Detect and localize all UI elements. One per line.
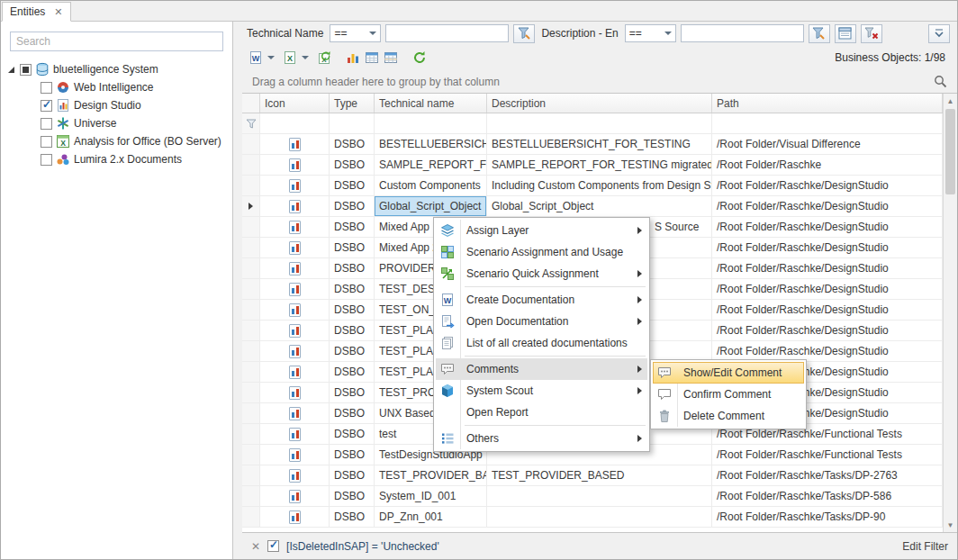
export-word-button[interactable]: W <box>247 48 265 68</box>
export-excel-dropdown[interactable] <box>300 48 311 68</box>
cell-type[interactable]: DSBO <box>330 465 375 485</box>
cell-path[interactable]: /Root Folder/Visual Difference <box>712 134 943 154</box>
menu-item-assign-layer[interactable]: Assign Layer <box>436 220 647 241</box>
cell-path[interactable]: /Root Folder/Raschke <box>712 155 943 175</box>
table-row[interactable]: DSBO DP_Znn_001 /Root Folder/Raschke/Tas… <box>242 507 943 528</box>
menu-item-scenario-assignment[interactable]: Scenario Assignment and Usage <box>436 241 647 263</box>
close-icon[interactable]: ✕ <box>54 7 62 17</box>
technical-name-filter-edit-button[interactable] <box>513 24 535 43</box>
group-by-panel[interactable]: Drag a column header here to group by th… <box>242 70 957 94</box>
tree-node-universe[interactable]: Universe <box>1 114 232 132</box>
column-header-icon[interactable]: Icon <box>260 94 330 113</box>
technical-name-filter-input[interactable] <box>385 24 509 42</box>
cell-path[interactable]: /Root Folder/Raschke/Tasks/DP-90 <box>712 507 943 527</box>
submenu-item-delete-comment[interactable]: Delete Comment <box>653 405 804 427</box>
node-checkbox[interactable] <box>41 118 52 130</box>
submenu-item-show-edit-comment[interactable]: Show/Edit Comment <box>653 362 804 384</box>
menu-item-system-scout[interactable]: System Scout <box>436 380 647 402</box>
cell-path[interactable]: /Root Folder/Raschke/Tasks/DP-586 <box>712 486 943 506</box>
cell-technical-name[interactable]: DP_Znn_001 <box>375 507 487 527</box>
column-header-path[interactable]: Path <box>712 94 943 113</box>
tree-node-web-intelligence[interactable]: Web Intelligence <box>1 78 232 96</box>
menu-item-open-documentation[interactable]: Open Documentation <box>436 311 647 332</box>
cell-type[interactable]: DSBO <box>330 134 375 154</box>
cell-type[interactable]: DSBO <box>330 362 375 382</box>
cell-path[interactable]: /Root Folder/Raschke/DesignStudio <box>712 279 943 299</box>
cell-path[interactable]: /Root Folder/Raschke/DesignStudio <box>712 341 943 361</box>
filter-active-checkbox[interactable] <box>267 540 279 552</box>
table-row[interactable]: DSBO BESTELLUEBERSICHT... BESTELLUEBERSI… <box>242 134 943 155</box>
cell-path[interactable]: /Root Folder/Raschke/DesignStudio <box>712 176 943 195</box>
table-row[interactable]: DSBO Custom Components Including Custom … <box>242 176 943 196</box>
cell-description[interactable]: SAMPLE_REPORT_FOR_TESTING migrated to sa… <box>487 155 712 175</box>
tab-entities[interactable]: Entities ✕ <box>2 2 71 22</box>
filter-cell[interactable] <box>375 113 487 133</box>
export-word-dropdown[interactable] <box>266 48 276 68</box>
cell-technical-name[interactable]: Custom Components <box>375 176 487 195</box>
root-checkbox[interactable] <box>20 64 32 76</box>
excel-refresh-button[interactable]: X <box>315 48 333 68</box>
cell-type[interactable]: DSBO <box>330 279 375 299</box>
tree-node-root[interactable]: bluetelligence System <box>1 60 232 78</box>
node-checkbox[interactable] <box>41 154 52 166</box>
scroll-up-icon[interactable]: ▲ <box>944 94 957 108</box>
filter-cell[interactable] <box>487 113 712 133</box>
refresh-button[interactable] <box>411 48 429 68</box>
edit-filter-button[interactable]: Edit Filter <box>902 540 948 553</box>
filter-panel-button[interactable] <box>835 24 856 43</box>
tree-node-analysis-office[interactable]: X Analysis for Office (BO Server) <box>1 132 232 150</box>
tree-node-lumira[interactable]: Lumira 2.x Documents <box>1 150 232 168</box>
filter-cell[interactable] <box>330 113 375 133</box>
cell-type[interactable]: DSBO <box>330 341 375 361</box>
cell-type[interactable]: DSBO <box>330 403 375 423</box>
cell-path[interactable]: /Root Folder/Raschke/DesignStudio <box>712 217 943 237</box>
cell-description[interactable]: Global_Script_Object <box>487 196 712 216</box>
menu-item-scenario-quick-assignment[interactable]: Scenario Quick Assignment <box>436 263 647 285</box>
column-header-type[interactable]: Type <box>330 94 375 113</box>
menu-item-others[interactable]: Others <box>436 428 647 449</box>
cell-type[interactable]: DSBO <box>330 258 375 278</box>
report-table-button[interactable] <box>363 48 381 68</box>
cell-type[interactable]: DSBO <box>330 155 375 175</box>
cell-type[interactable]: DSBO <box>330 507 375 527</box>
node-checkbox[interactable] <box>41 136 52 148</box>
cell-technical-name[interactable]: System_ID_001 <box>375 486 487 506</box>
description-filter-input[interactable] <box>681 24 804 42</box>
cell-description[interactable]: TEST_PROVIDER_BASED <box>487 465 712 485</box>
search-input[interactable] <box>10 32 223 51</box>
expander-icon[interactable] <box>8 67 14 73</box>
column-header-description[interactable]: Description <box>487 94 712 113</box>
description-operator-select[interactable]: == <box>625 24 676 42</box>
column-header-technical-name[interactable]: Technical name <box>375 94 487 113</box>
scrollbar-thumb[interactable] <box>945 109 955 194</box>
cell-path[interactable]: /Root Folder/Raschke/DesignStudio <box>712 196 943 216</box>
cell-path[interactable]: /Root Folder/Raschke/Tasks/DP-2763 <box>712 465 943 485</box>
cell-type[interactable]: DSBO <box>330 445 375 465</box>
technical-name-operator-select[interactable]: == <box>330 24 381 42</box>
cell-path[interactable]: /Root Folder/Raschke/DesignStudio <box>712 300 943 320</box>
export-excel-button[interactable]: X <box>281 48 299 68</box>
cell-type[interactable]: DSBO <box>330 424 375 444</box>
cell-type[interactable]: DSBO <box>330 383 375 402</box>
scroll-down-icon[interactable]: ▼ <box>944 518 957 532</box>
tree-node-design-studio[interactable]: Design Studio <box>1 96 232 114</box>
cell-path[interactable]: /Root Folder/Raschke/DesignStudio <box>712 238 943 257</box>
cell-technical-name[interactable]: SAMPLE_REPORT_FO... <box>375 155 487 175</box>
filter-cell[interactable] <box>712 113 943 133</box>
cell-type[interactable]: DSBO <box>330 176 375 195</box>
menu-item-open-report[interactable]: Open Report <box>436 402 647 423</box>
menu-item-create-documentation[interactable]: W Create Documentation <box>436 289 647 311</box>
description-filter-edit-button[interactable] <box>809 24 830 43</box>
menu-item-documentation-list[interactable]: List of all created documentations <box>436 332 647 354</box>
cell-type[interactable]: DSBO <box>330 300 375 320</box>
cell-technical-name[interactable]: BESTELLUEBERSICHT... <box>375 134 487 154</box>
cell-path[interactable]: /Root Folder/Raschke/Functional Tests <box>712 445 943 465</box>
cell-type[interactable]: DSBO <box>330 238 375 257</box>
cell-technical-name-selected[interactable]: Global_Script_Object <box>375 196 487 216</box>
vertical-scrollbar[interactable]: ▲ ▼ <box>943 94 957 532</box>
submenu-item-confirm-comment[interactable]: Confirm Comment <box>653 384 804 405</box>
report-table-alt-button[interactable] <box>382 48 400 68</box>
clear-filter-button[interactable] <box>861 24 882 43</box>
table-row-selected[interactable]: DSBO Global_Script_Object Global_Script_… <box>242 196 943 217</box>
cell-technical-name[interactable]: TEST_PROVIDER_BA... <box>375 465 487 485</box>
